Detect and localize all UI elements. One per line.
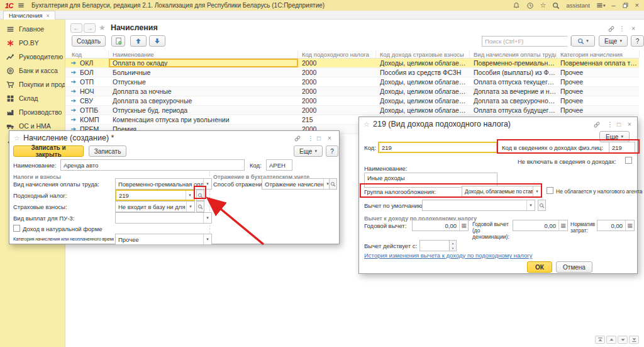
table-row[interactable]: СВУ Доплата за сверхурочные2000 Доходы, … [65,96,639,106]
table-header: Код Наименование Код подоходного налога … [65,50,639,59]
insurance-field[interactable]: Не входит в базу ни для одного из ▾ [115,201,195,212]
inkind-checkbox[interactable] [13,225,20,232]
get-link-icon[interactable] [593,121,601,130]
tab-nachisleniya[interactable]: Начисления × [3,11,55,20]
main-menu-icon[interactable] [18,2,25,9]
code-field[interactable]: АРЕН [266,159,292,171]
ok-button[interactable]: ОК [527,261,552,273]
go-next-button[interactable] [618,336,628,344]
go-first-button[interactable] [595,336,605,344]
annual-deduction-label: Годовой вычет: [364,222,406,229]
maximize-icon[interactable]: □ [617,121,621,128]
sidebar-item-proizvodstvo[interactable]: Производство [0,105,65,119]
name-field[interactable]: Аренда авто [60,159,245,171]
move-down-button[interactable] [149,35,165,47]
more-button[interactable]: Еще▾ [294,145,323,157]
table-row[interactable]: ОТПБ Отпускные буд. периода2000 Доходы, … [65,106,639,115]
more-button[interactable]: Еще▾ [599,35,628,47]
sidebar-item-pokupki-i-prodazhi[interactable]: Покупки и продажи [0,77,65,91]
maximize-icon[interactable]: □ [317,135,321,142]
insurance-open-button[interactable] [196,201,204,212]
save-button[interactable]: Записать [89,145,126,157]
help-button[interactable]: ? [326,145,338,157]
forward-button[interactable]: → [84,23,96,33]
reflection-open-button[interactable] [329,178,337,190]
sidebar-item-bank-i-kassa[interactable]: Банк и касса [0,64,65,77]
save-and-close-button[interactable]: Записать и закрыть [13,145,84,157]
income-tax-field[interactable]: 219▾ [115,190,195,201]
default-deduction-field[interactable]: ▾ [422,200,535,211]
exclude-checkbox[interactable] [625,157,632,164]
favorite-star-icon[interactable]: ☆ [364,120,370,128]
catalog-item-icon [70,60,77,66]
reflection-field[interactable]: Отражение начислений по умол▾ [262,178,332,190]
dropdown-icon: ▾ [186,202,194,212]
restore-window-icon[interactable] [622,2,629,9]
back-button[interactable]: ← [70,23,82,33]
tab-label: Начисления [9,12,42,19]
move-up-button[interactable] [130,35,147,47]
annual-deduction-field[interactable]: 0,00▦ [412,220,469,231]
user-menu-icon[interactable]: ▾ [596,2,606,9]
col-header-name[interactable]: Наименование [109,50,298,58]
more-dots-icon[interactable]: ⋮ [308,135,314,142]
cancel-button[interactable]: Отмена [556,261,592,273]
no-agent-checkbox[interactable] [547,187,553,194]
close-window-icon[interactable]: × [635,2,639,9]
norm-field[interactable]: 0,00▦ [597,220,635,231]
close-form-icon[interactable]: × [631,25,635,32]
col-header-tax-code[interactable]: Код подоходного налога [298,50,376,58]
minimize-window-icon[interactable]: – [611,2,615,9]
get-link-icon[interactable] [608,25,615,34]
col-header-category[interactable]: Категория начисления [557,50,640,58]
code-field[interactable]: 219 [378,142,497,153]
sidebar-item-ro-by[interactable]: РО.BY [0,36,65,50]
close-dialog-icon[interactable]: × [328,135,331,142]
help-button[interactable]: ? [631,35,644,47]
notifications-bell-icon[interactable] [513,2,520,9]
menu-lines-icon [6,25,14,33]
current-user-label[interactable]: assistant [566,2,590,9]
sidebar-item-sklad[interactable]: Склад [0,91,65,105]
table-row[interactable]: НОЧ Доплата за ночные2000 Доходы, целико… [65,87,639,96]
table-row[interactable]: ОТП Отпускные2000 Доходы, целиком облага… [65,77,639,87]
history-icon[interactable] [526,2,534,9]
favorites-star-icon[interactable]: ☆ [540,2,547,9]
more-dots-icon[interactable]: ⋮ [607,121,613,128]
list-navigation [595,336,639,344]
dropdown-icon: ▾ [533,186,541,196]
tab-close-icon[interactable]: × [46,13,49,19]
get-link-icon[interactable] [294,135,301,144]
col-header-insurance[interactable]: Код дохода страховые взносы [376,50,470,58]
valid-from-field[interactable] [419,240,450,251]
search-settings-button[interactable]: ▾ [571,35,595,47]
more-dots-icon[interactable]: ⋮ [619,25,625,32]
create-group-button[interactable] [111,35,125,47]
category-field[interactable]: Прочее▾ [115,234,212,245]
table-row[interactable]: ОКЛ Оплата по окладу2000 Доходы, целиком… [65,59,639,68]
annual-denom-field[interactable]: 0,00▦ [513,220,568,231]
tax-group-field[interactable]: Доходы, облагаемые по ставке 13%▾ [462,186,541,197]
favorite-star-icon[interactable]: ☆ [14,134,20,142]
valid-from-spinner[interactable]: ▴▾ [450,240,457,251]
col-header-accrual-type[interactable]: Вид начисления оплаты труда [470,50,557,58]
code-info-field[interactable]: 219 [609,142,635,153]
close-dialog-icon[interactable]: × [628,121,631,128]
pu3-field[interactable]: ▾ [115,212,212,224]
code-label: Код: [250,162,262,169]
sidebar-item-glavnoe[interactable]: Главное [0,22,65,36]
favorite-star-icon[interactable]: ★ [99,23,106,32]
accrual-type-field[interactable]: Повременно-премиальная оплата труда▾ [115,178,212,190]
income-tax-open-button[interactable] [196,190,204,201]
deduction-history-link[interactable]: История изменения вычета к доходу по под… [364,252,532,259]
go-previous-button[interactable] [606,336,616,344]
go-last-button[interactable] [629,336,639,344]
sidebar-item-rukovoditelyu[interactable]: Руководителю [0,50,65,64]
create-button[interactable]: Создать [72,35,106,47]
search-icon[interactable] [552,2,560,9]
col-header-code[interactable]: Код [65,50,109,58]
more-button[interactable]: Еще▾ [599,131,630,142]
default-deduction-open-button[interactable] [538,200,546,211]
search-input[interactable] [482,37,570,46]
table-row[interactable]: БОЛ Больничные2000 Пособия из средств ФС… [65,68,639,77]
